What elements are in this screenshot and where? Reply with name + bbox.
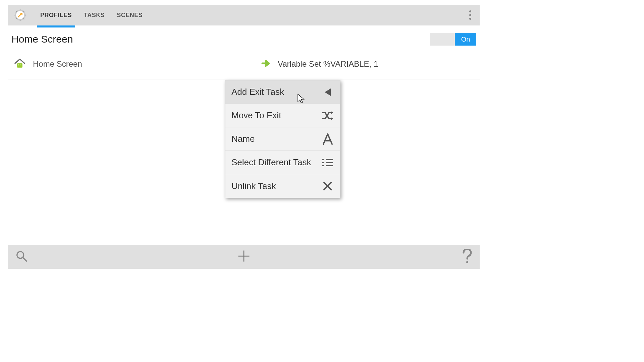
letter-a-icon (321, 133, 334, 145)
help-button[interactable] (462, 249, 473, 265)
shuffle-icon (321, 109, 334, 122)
svg-rect-13 (322, 159, 324, 160)
list-icon (321, 156, 334, 169)
title-row: Home Screen On (8, 25, 480, 52)
svg-rect-17 (322, 165, 324, 166)
svg-point-3 (469, 14, 471, 16)
svg-point-4 (469, 18, 471, 20)
svg-point-12 (466, 261, 468, 263)
svg-point-8 (17, 252, 24, 258)
svg-rect-5 (17, 63, 22, 68)
close-icon (321, 180, 334, 192)
header-bar: PROFILES TASKS SCENES (8, 5, 480, 25)
menu-item-select-different-task[interactable]: Select Different Task (225, 151, 340, 174)
add-button[interactable] (236, 249, 251, 265)
tab-profiles[interactable]: PROFILES (34, 5, 78, 25)
toggle-on-knob: On (455, 33, 476, 46)
home-icon (13, 57, 26, 71)
toggle-label: On (461, 36, 470, 43)
help-icon (462, 249, 473, 263)
menu-item-label: Unlink Task (231, 181, 276, 191)
task-context-menu: Add Exit Task Move To Exit Name (225, 80, 340, 198)
more-vert-icon (469, 10, 472, 20)
profile-context[interactable]: Home Screen (13, 57, 229, 71)
svg-rect-15 (322, 162, 324, 163)
profile-context-label: Home Screen (33, 59, 82, 69)
triangle-left-icon (321, 86, 334, 99)
menu-item-move-to-exit[interactable]: Move To Exit (225, 104, 340, 127)
plus-icon (236, 249, 251, 263)
bottom-bar (8, 245, 480, 269)
tab-label: SCENES (117, 12, 143, 19)
svg-rect-16 (326, 162, 333, 163)
svg-line-9 (23, 258, 26, 261)
tab-label: PROFILES (40, 12, 72, 19)
svg-point-2 (469, 10, 471, 12)
svg-point-6 (18, 64, 19, 65)
overflow-menu-button[interactable] (461, 5, 480, 25)
profile-enter-task[interactable]: Variable Set %VARIABLE, 1 (229, 58, 476, 70)
svg-point-7 (20, 64, 21, 65)
tab-tasks[interactable]: TASKS (78, 5, 111, 25)
menu-item-unlink-task[interactable]: Unlink Task (225, 174, 340, 198)
menu-item-label: Add Exit Task (231, 87, 284, 97)
menu-item-add-exit-task[interactable]: Add Exit Task (225, 80, 340, 104)
search-icon (15, 249, 28, 263)
menu-item-label: Move To Exit (231, 110, 281, 121)
tasker-logo-icon (13, 8, 28, 22)
tabs: PROFILES TASKS SCENES (34, 5, 149, 25)
app-frame: PROFILES TASKS SCENES Home Screen On (8, 5, 480, 269)
svg-rect-14 (326, 159, 333, 160)
menu-item-label: Select Different Task (231, 157, 311, 168)
menu-item-name[interactable]: Name (225, 127, 340, 151)
menu-item-label: Name (231, 134, 255, 144)
tab-scenes[interactable]: SCENES (111, 5, 149, 25)
profile-toggle[interactable]: On (430, 33, 476, 46)
enter-task-label: Variable Set %VARIABLE, 1 (278, 59, 378, 69)
arrow-right-icon (261, 58, 272, 70)
search-button[interactable] (15, 249, 28, 264)
page-title: Home Screen (11, 34, 73, 45)
app-logo (12, 7, 28, 23)
svg-rect-18 (326, 165, 333, 166)
tab-label: TASKS (84, 12, 105, 19)
profile-row[interactable]: Home Screen Variable Set %VARIABLE, 1 (8, 52, 480, 79)
